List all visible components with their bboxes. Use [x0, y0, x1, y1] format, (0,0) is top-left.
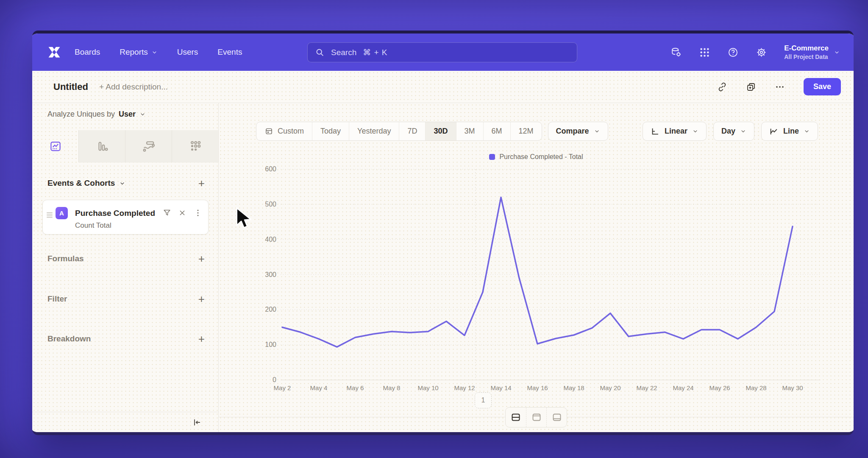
remove-event-icon[interactable] — [178, 208, 187, 218]
range-today[interactable]: Today — [312, 122, 349, 140]
event-card-purchase-completed[interactable]: A Purchase Completed Count Total — [42, 200, 209, 235]
line-chart[interactable]: 0100200300400500600May 2May 4May 6May 8M… — [253, 165, 833, 396]
top-navigation-bar: BoardsReportsUsersEvents Search ⌘ + K — [32, 34, 854, 71]
mixpanel-logo-icon[interactable] — [47, 45, 62, 60]
y-axis-tick: 400 — [265, 236, 276, 243]
search-shortcut: ⌘ + K — [363, 47, 387, 57]
project-switcher[interactable]: E-Commerce All Project Data — [784, 44, 840, 60]
nav-link-label: Reports — [120, 47, 148, 57]
series-line-purchase-completed[interactable] — [282, 197, 793, 347]
range-custom[interactable]: Custom — [256, 122, 312, 140]
query-builder-sidebar: Analyze Uniques by User — [32, 103, 219, 432]
chevron-down-icon — [119, 180, 125, 187]
add-event-button[interactable]: + — [198, 178, 205, 189]
date-range-selector: CustomTodayYesterday7D30D3M6M12M — [256, 122, 542, 141]
collapse-sidebar-icon[interactable] — [192, 417, 202, 427]
range-label: 3M — [465, 127, 475, 136]
chart-legend: Purchase Completed - Total — [219, 153, 854, 161]
layout-toggle-2[interactable] — [526, 408, 546, 427]
range-label: Yesterday — [357, 127, 391, 136]
chevron-down-icon — [151, 49, 158, 56]
desktop-background: BoardsReportsUsersEvents Search ⌘ + K — [0, 0, 868, 458]
event-more-options-icon[interactable] — [193, 208, 203, 218]
compare-label: Compare — [556, 127, 589, 136]
x-axis-tick: May 2 — [274, 384, 291, 391]
chart-type-label: Line — [783, 127, 799, 136]
filter-funnel-icon[interactable] — [162, 208, 172, 218]
add-breakdown-button[interactable]: + — [198, 333, 205, 344]
pagination-page-1[interactable]: 1 — [475, 392, 492, 408]
events-cohorts-toggle[interactable]: Events & Cohorts — [47, 179, 125, 188]
range-label: Today — [320, 127, 341, 136]
tab-flow[interactable] — [125, 130, 172, 162]
group-label: Filter — [47, 294, 67, 304]
events-cohorts-section: Events & Cohorts + — [47, 178, 205, 189]
settings-icon[interactable] — [756, 47, 767, 58]
panel-top-icon — [531, 412, 542, 422]
chevron-down-icon — [804, 128, 810, 134]
event-name[interactable]: Purchase Completed — [75, 209, 155, 218]
add-formulas-button[interactable]: + — [198, 253, 205, 264]
compare-button[interactable]: Compare — [548, 122, 608, 141]
x-axis-tick: May 20 — [600, 384, 620, 391]
duplicate-icon[interactable] — [746, 82, 756, 92]
nav-link-reports[interactable]: Reports — [120, 47, 158, 57]
chart-panel: CustomTodayYesterday7D30D3M6M12M Compare… — [219, 103, 854, 432]
apps-grid-icon[interactable] — [699, 47, 710, 58]
split-rows-icon — [511, 412, 521, 422]
range-12m[interactable]: 12M — [510, 122, 542, 140]
event-aggregation[interactable]: Count Total — [75, 221, 111, 230]
search-placeholder: Search — [331, 48, 356, 57]
x-axis-tick: May 16 — [527, 384, 548, 391]
sidebar-group-formulas: Formulas+ — [47, 253, 205, 264]
copy-link-icon[interactable] — [717, 82, 727, 92]
nav-link-users[interactable]: Users — [177, 47, 198, 57]
y-axis-tick: 200 — [265, 306, 276, 313]
report-title[interactable]: Untitled — [53, 81, 88, 92]
search-input[interactable]: Search ⌘ + K — [307, 42, 577, 62]
x-axis-tick: May 22 — [636, 384, 657, 391]
event-badge: A — [56, 207, 68, 219]
analyze-uniques-dropdown[interactable]: Analyze Uniques by User — [47, 110, 146, 119]
layout-toggle-1[interactable] — [506, 408, 526, 427]
y-axis-tick: 300 — [265, 271, 276, 278]
x-axis-tick: May 12 — [454, 384, 475, 391]
events-cohorts-label: Events & Cohorts — [47, 179, 115, 188]
save-button[interactable]: Save — [804, 78, 841, 95]
bar-chart-icon — [96, 140, 108, 153]
help-icon[interactable] — [727, 47, 739, 58]
chevron-down-icon — [692, 128, 698, 134]
range-label: Custom — [278, 127, 304, 136]
retention-dots-icon — [189, 140, 202, 153]
project-name: E-Commerce — [784, 44, 829, 53]
legend-item[interactable]: Purchase Completed - Total — [489, 153, 583, 161]
scale-selector-button[interactable]: Linear — [643, 122, 707, 141]
nav-right-cluster: E-Commerce All Project Data — [670, 44, 840, 60]
tab-retention[interactable] — [172, 130, 218, 162]
panel-bottom-icon — [552, 412, 562, 422]
interval-selector-button[interactable]: Day — [713, 122, 754, 141]
y-axis-tick: 600 — [265, 165, 276, 173]
drag-handle-icon[interactable] — [47, 211, 53, 219]
range-yesterday[interactable]: Yesterday — [349, 122, 399, 140]
nav-link-events[interactable]: Events — [217, 47, 242, 57]
chart-type-selector-button[interactable]: Line — [761, 122, 818, 141]
data-management-icon[interactable] — [670, 47, 682, 58]
tab-insights-line[interactable] — [32, 130, 78, 162]
range-3m[interactable]: 3M — [456, 122, 483, 140]
tab-bar-chart[interactable] — [78, 130, 125, 162]
layout-toggle-3[interactable] — [546, 408, 567, 427]
line-chart-icon — [769, 127, 779, 136]
range-7d[interactable]: 7D — [399, 122, 425, 140]
range-6m[interactable]: 6M — [483, 122, 510, 140]
group-label: Formulas — [47, 254, 84, 263]
x-axis-tick: May 4 — [310, 384, 328, 391]
more-options-icon[interactable] — [775, 82, 785, 92]
add-filter-button[interactable]: + — [198, 293, 205, 304]
x-axis-tick: May 14 — [490, 384, 511, 391]
range-30d[interactable]: 30D — [425, 122, 456, 140]
x-axis-tick: May 28 — [746, 384, 766, 391]
x-axis-tick: May 6 — [347, 384, 364, 391]
add-description-field[interactable]: + Add description... — [99, 82, 168, 92]
nav-link-boards[interactable]: Boards — [75, 47, 100, 57]
